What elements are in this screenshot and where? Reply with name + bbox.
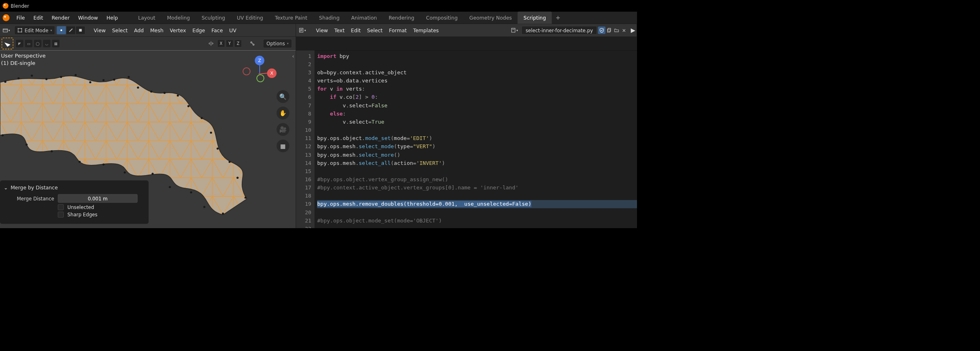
- persp-ortho-button[interactable]: ▦: [276, 140, 289, 152]
- menu-window[interactable]: Window: [74, 11, 102, 24]
- selection-tool-variants: ◤ ▭ ◯ ◡ ▦: [16, 40, 60, 47]
- code-line[interactable]: [317, 225, 637, 228]
- code-line[interactable]: else:: [317, 109, 637, 118]
- text-menu-select[interactable]: Select: [364, 24, 386, 36]
- blender-logo-icon[interactable]: [3, 14, 10, 21]
- register-script-toggle[interactable]: [598, 27, 605, 34]
- script-filename-field[interactable]: select-inner-for-decimate.py: [522, 26, 597, 35]
- mirror-y-toggle[interactable]: Y: [226, 40, 233, 47]
- gizmo-x-handle[interactable]: X: [267, 69, 276, 78]
- code-line[interactable]: [317, 167, 637, 176]
- zoom-button[interactable]: 🔍: [276, 90, 289, 103]
- sidebar-toggle-handle[interactable]: ‹: [292, 53, 294, 59]
- ws-tab-shading[interactable]: Shading: [313, 11, 345, 24]
- line-number: 16: [296, 176, 312, 184]
- circle-select-icon[interactable]: ◯: [34, 40, 41, 47]
- line-number: 10: [296, 126, 312, 134]
- unselected-checkbox[interactable]: [58, 204, 64, 210]
- code-line[interactable]: for v in verts:: [317, 85, 637, 93]
- svg-point-24: [45, 78, 47, 80]
- ws-tab-texture-paint[interactable]: Texture Paint: [269, 11, 313, 24]
- sharp-edges-checkbox[interactable]: [58, 212, 64, 218]
- viewport-menu-view[interactable]: View: [91, 24, 109, 36]
- viewport-menu-face[interactable]: Face: [208, 24, 226, 36]
- viewport-menu-uv[interactable]: UV: [226, 24, 240, 36]
- mirror-z-toggle[interactable]: Z: [234, 40, 242, 47]
- code-line[interactable]: bpy.ops.object.mode_set(mode='EDIT'): [317, 134, 637, 142]
- automerge-toggle[interactable]: [247, 39, 257, 48]
- vertex-select-button[interactable]: [57, 26, 66, 35]
- edge-select-button[interactable]: [66, 26, 76, 35]
- menu-render[interactable]: Render: [47, 11, 74, 24]
- ws-tab-sculpting[interactable]: Sculpting: [196, 11, 231, 24]
- ws-tab-uv-editing[interactable]: UV Editing: [231, 11, 269, 24]
- code-line[interactable]: v.select=True: [317, 118, 637, 126]
- menu-edit[interactable]: Edit: [29, 11, 47, 24]
- lasso-select-icon[interactable]: ◡: [43, 40, 50, 47]
- select-set-icon[interactable]: ▦: [52, 40, 59, 47]
- editor-type-button[interactable]: ▾: [296, 26, 308, 35]
- svg-point-49: [78, 161, 80, 163]
- box-select-icon[interactable]: ▭: [25, 40, 32, 47]
- run-script-button[interactable]: ▶: [629, 27, 637, 34]
- code-line[interactable]: bpy.ops.mesh.select_mode(type="VERT"): [317, 142, 637, 151]
- code-line[interactable]: [317, 208, 637, 216]
- code-line[interactable]: import bpy: [317, 52, 637, 60]
- mirror-x-toggle[interactable]: X: [217, 40, 225, 47]
- code-line[interactable]: bpy.ops.mesh.select_more(): [317, 151, 637, 159]
- code-line[interactable]: [317, 60, 637, 69]
- browse-text-button[interactable]: ▾: [508, 26, 520, 35]
- operator-panel[interactable]: ⌄ Merge by Distance Merge Distance 0.001…: [0, 180, 149, 224]
- face-select-button[interactable]: [76, 26, 85, 35]
- code-line[interactable]: #bpy.context.active_object.vertex_groups…: [317, 184, 637, 192]
- viewport-menu-edge[interactable]: Edge: [189, 24, 208, 36]
- ws-tab-geometry-nodes[interactable]: Geometry Nodes: [463, 11, 518, 24]
- code-line[interactable]: v.select=False: [317, 101, 637, 109]
- code-body[interactable]: import bpy ob=bpy.context.active_objectv…: [314, 50, 637, 228]
- viewport-menu-mesh[interactable]: Mesh: [147, 24, 167, 36]
- text-menu-view[interactable]: View: [313, 24, 331, 36]
- ws-tab-compositing[interactable]: Compositing: [420, 11, 463, 24]
- viewport-menu-vertex[interactable]: Vertex: [167, 24, 189, 36]
- operator-panel-header[interactable]: ⌄ Merge by Distance: [4, 184, 143, 190]
- code-line[interactable]: [317, 192, 637, 200]
- code-line[interactable]: [317, 126, 637, 134]
- svg-point-47: [124, 171, 126, 173]
- text-menu-templates[interactable]: Templates: [410, 24, 442, 36]
- text-menu-text[interactable]: Text: [331, 24, 348, 36]
- gizmo-z-handle[interactable]: Z: [255, 56, 264, 65]
- text-menu-edit[interactable]: Edit: [348, 24, 364, 36]
- viewport-menu-select[interactable]: Select: [109, 24, 131, 36]
- new-text-button[interactable]: [606, 27, 613, 34]
- mode-selector[interactable]: Edit Mode ▾: [14, 26, 55, 35]
- active-tool-button[interactable]: [2, 38, 13, 49]
- code-line[interactable]: bpy.ops.mesh.select_all(action='INVERT'): [317, 159, 637, 167]
- text-menu-format[interactable]: Format: [386, 24, 410, 36]
- ws-tab-animation[interactable]: Animation: [345, 11, 383, 24]
- menu-help[interactable]: Help: [102, 11, 122, 24]
- mesh-options-dropdown[interactable]: Options ▾: [263, 39, 292, 48]
- viewport-menu-add[interactable]: Add: [131, 24, 147, 36]
- menu-file[interactable]: File: [12, 11, 29, 24]
- code-line[interactable]: verts=ob.data.vertices: [317, 77, 637, 85]
- code-line[interactable]: ob=bpy.context.active_object: [317, 69, 637, 77]
- code-line[interactable]: if v.co[2] > 0:: [317, 93, 637, 101]
- 3d-viewport[interactable]: User Perspective (1) DE-single ‹ Z X 🔍 ✋…: [0, 50, 296, 228]
- editor-type-button[interactable]: ▾: [0, 26, 12, 35]
- camera-button[interactable]: 🎥: [276, 123, 289, 136]
- code-line[interactable]: #bpy.ops.object.mode_set(mode='OBJECT'): [317, 216, 637, 224]
- code-line[interactable]: bpy.ops.mesh.remove_doubles(threshold=0.…: [317, 200, 637, 208]
- ws-tab-rendering[interactable]: Rendering: [383, 11, 420, 24]
- mirror-button[interactable]: [206, 39, 216, 48]
- merge-distance-field[interactable]: 0.001 m: [58, 194, 138, 203]
- ws-tab-layout[interactable]: Layout: [132, 11, 161, 24]
- ws-tab-scripting[interactable]: Scripting: [518, 11, 552, 24]
- text-editor-area[interactable]: 1234567891011121314151617181920212223 im…: [296, 50, 637, 228]
- pan-button[interactable]: ✋: [276, 107, 289, 119]
- open-text-button[interactable]: [613, 27, 620, 34]
- ws-tab-modeling[interactable]: Modeling: [161, 11, 196, 24]
- add-workspace-button[interactable]: +: [552, 14, 564, 21]
- code-line[interactable]: #bpy.ops.object.vertex_group_assign_new(…: [317, 176, 637, 184]
- unlink-text-button[interactable]: ✕: [620, 27, 628, 34]
- tweak-tool-icon[interactable]: ◤: [16, 40, 23, 47]
